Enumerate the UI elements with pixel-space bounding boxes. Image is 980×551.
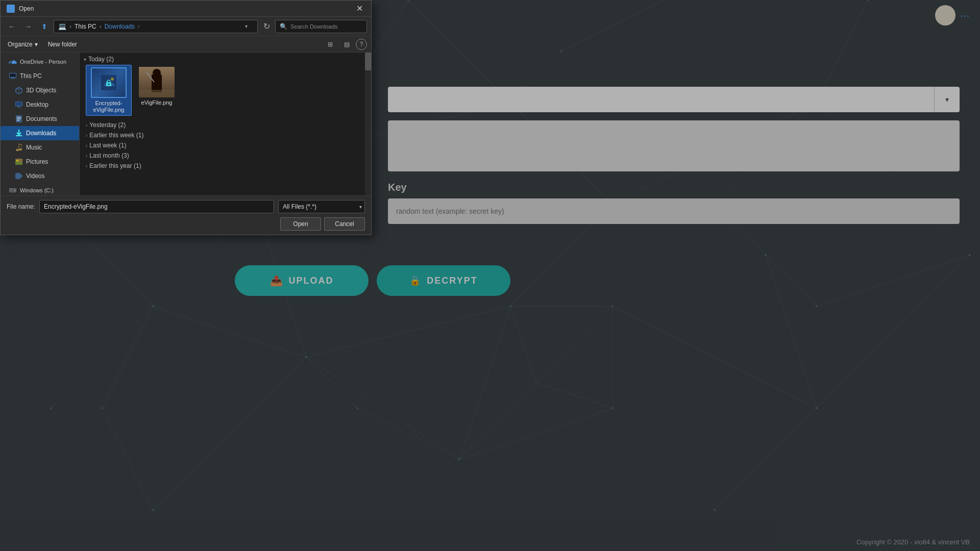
group-last-week[interactable]: › Last week (1) [80,140,371,151]
sidebar-label-downloads: Downloads [26,130,56,137]
svg-rect-103 [10,189,12,190]
file-area: ▾ Today (2) [80,53,371,195]
encrypted-thumbnail [91,67,127,98]
organize-button[interactable]: Organize ▾ [5,38,41,51]
search-icon: 🔍 [280,23,287,30]
sidebar-item-pictures[interactable]: Pictures [1,155,79,169]
view-controls: ⊞ ▤ ? [323,38,367,51]
sidebar-label-videos: Videos [26,172,44,180]
last-week-chevron: › [86,143,87,148]
desktop-icon [15,101,23,109]
svg-point-92 [19,148,22,151]
close-button[interactable]: ✕ [348,1,371,17]
secondary-toolbar: Organize ▾ New folder ⊞ ▤ ? [1,36,371,53]
this-pc-sidebar-icon [9,72,17,80]
sidebar-item-videos[interactable]: Videos [1,169,79,183]
cube-icon [15,86,23,94]
forward-button[interactable]: → [21,19,35,34]
today-chevron: ▾ [84,57,86,62]
svg-line-93 [19,144,22,145]
list-view-button[interactable]: ▤ [339,38,354,51]
sidebar-item-music[interactable]: Music [1,140,79,155]
group-earlier-week[interactable]: › Earlier this week (1) [80,130,371,140]
open-button[interactable]: Open [280,217,321,231]
search-input[interactable] [290,23,362,30]
dialog-titlebar: Open ✕ [1,1,371,17]
grid-view-button[interactable]: ⊞ [323,38,337,51]
music-icon [15,143,23,152]
filename-row: File name: ▾ [7,200,365,213]
sidebar-item-3d-objects[interactable]: 3D Objects [1,83,79,97]
svg-rect-98 [15,173,20,179]
today-files: Encrypted-eVigFile.png [84,65,367,118]
sidebar-label-documents: Documents [26,115,57,122]
pictures-icon [15,158,23,166]
organize-label: Organize [8,41,33,48]
sidebar-item-documents[interactable]: Documents [1,112,79,126]
sidebar-label-desktop: Desktop [26,101,48,108]
scrollbar-thumb[interactable] [365,53,371,70]
file-item-evigfile[interactable]: eVigFile.png [134,65,180,116]
last-month-chevron: › [86,153,87,159]
file-item-encrypted[interactable]: Encrypted-eVigFile.png [86,65,132,116]
svg-point-112 [108,84,110,85]
scrollbar[interactable] [365,53,371,195]
downloads-address-label: Downloads [105,23,135,30]
sidebar-item-windows-c[interactable]: Windows (C:) [1,183,79,195]
svg-marker-99 [20,174,22,178]
new-folder-button[interactable]: New folder [45,38,80,51]
this-pc-label: This PC [75,23,96,30]
onedrive-icon [9,58,17,66]
today-label: Today (2) [88,56,114,63]
search-bar-container: 🔍 [275,20,367,33]
group-yesterday[interactable]: › Yesterday (2) [80,120,371,130]
svg-rect-114 [152,74,162,92]
evigfile-img [139,67,175,97]
address-sep-1: › [69,23,71,30]
svg-rect-82 [16,102,22,106]
sidebar-label-music: Music [26,144,42,151]
address-bar[interactable]: 💻 › This PC › Downloads › ▾ [54,20,258,33]
earlier-year-chevron: › [86,163,87,169]
last-month-label: Last month (3) [89,152,129,159]
group-last-month[interactable]: › Last month (3) [80,151,371,161]
sidebar-item-downloads[interactable]: Downloads [1,126,79,140]
documents-icon [15,115,23,123]
address-sep-2: › [100,23,102,30]
sidebar-label-onedrive: OneDrive - Person [20,59,66,65]
open-file-dialog: Open ✕ ← → ⬆ 💻 › This PC › Downloads › ▾… [0,0,372,235]
svg-rect-84 [17,107,21,108]
group-today-header[interactable]: ▾ Today (2) [84,56,367,63]
group-earlier-year[interactable]: › Earlier this year (1) [80,161,371,171]
up-button[interactable]: ⬆ [37,19,52,34]
downloads-icon [15,129,23,137]
encrypted-bg [92,68,126,97]
earlier-year-label: Earlier this year (1) [89,162,141,169]
organize-arrow: ▾ [35,41,38,48]
filename-label: File name: [7,203,35,210]
filename-input[interactable] [39,200,274,213]
refresh-button[interactable]: ↻ [260,20,273,33]
left-panel: OneDrive - Person This PC [1,53,80,195]
sidebar-item-desktop[interactable]: Desktop [1,97,79,112]
filetype-wrapper: ▾ [278,200,365,213]
dialog-bottom: File name: ▾ Open Cancel [1,195,371,235]
sidebar-item-onedrive[interactable]: OneDrive - Person [1,55,79,69]
evigfile-thumbnail [139,67,175,97]
earlier-week-chevron: › [86,133,87,138]
cancel-button[interactable]: Cancel [324,217,365,231]
svg-point-115 [153,69,161,77]
action-row: Open Cancel [7,217,365,231]
address-dropdown[interactable]: ▾ [245,23,253,29]
sidebar-label-3d: 3D Objects [26,87,56,94]
sidebar-item-this-pc[interactable]: This PC [1,69,79,83]
sidebar-label-this-pc: This PC [20,72,42,80]
filetype-dropdown[interactable] [278,200,365,213]
address-caret: › [138,23,139,29]
back-button[interactable]: ← [5,19,19,34]
help-button[interactable]: ? [356,39,367,50]
dialog-toolbar: ← → ⬆ 💻 › This PC › Downloads › ▾ ↻ 🔍 [1,17,371,36]
svg-rect-117 [139,90,175,97]
drive-c-icon [9,186,17,194]
svg-rect-76 [11,78,14,79]
